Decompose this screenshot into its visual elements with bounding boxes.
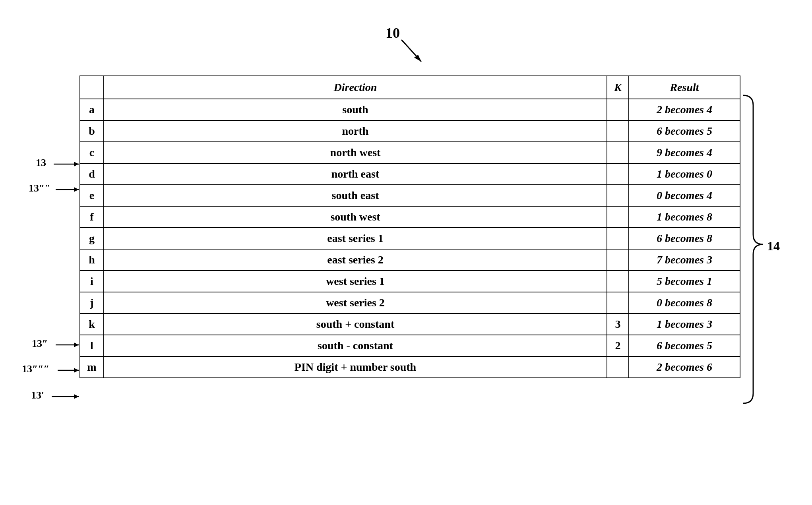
- row-k: [607, 142, 629, 163]
- row-result: 1 becomes 3: [629, 313, 740, 335]
- table-row: lsouth - constant26 becomes 5: [80, 335, 740, 356]
- row-direction: north west: [104, 142, 607, 163]
- row-label: d: [80, 163, 104, 185]
- svg-marker-2: [414, 55, 421, 62]
- header-row: [80, 76, 104, 99]
- row-label: c: [80, 142, 104, 163]
- header-k: K: [607, 76, 629, 99]
- row-direction: south: [104, 99, 607, 120]
- row-k: [607, 249, 629, 271]
- row-label: h: [80, 249, 104, 271]
- svg-text:10: 10: [386, 25, 400, 41]
- row-result: 2 becomes 4: [629, 99, 740, 120]
- row-direction: north: [104, 120, 607, 142]
- row-label: j: [80, 292, 104, 313]
- row-label: k: [80, 313, 104, 335]
- row-direction: south east: [104, 185, 607, 206]
- svg-marker-17: [74, 394, 79, 399]
- row-direction: south west: [104, 206, 607, 228]
- row-result: 2 becomes 6: [629, 356, 740, 378]
- svg-marker-5: [74, 162, 79, 166]
- row-label: i: [80, 271, 104, 292]
- svg-text:13″: 13″: [32, 338, 48, 349]
- table-row: dnorth east1 becomes 0: [80, 163, 740, 185]
- row-result: 0 becomes 8: [629, 292, 740, 313]
- row-direction: south - constant: [104, 335, 607, 356]
- row-result: 1 becomes 8: [629, 206, 740, 228]
- svg-text:14: 14: [767, 239, 780, 253]
- row-label: l: [80, 335, 104, 356]
- svg-text:13″″: 13″″: [29, 182, 50, 194]
- row-result: 0 becomes 4: [629, 185, 740, 206]
- row-k: [607, 99, 629, 120]
- row-result: 6 becomes 5: [629, 335, 740, 356]
- table-row: ksouth + constant31 becomes 3: [80, 313, 740, 335]
- row-result: 6 becomes 5: [629, 120, 740, 142]
- row-k: [607, 206, 629, 228]
- row-label: e: [80, 185, 104, 206]
- table-row: heast series 27 becomes 3: [80, 249, 740, 271]
- svg-line-1: [401, 40, 421, 62]
- table-row: asouth2 becomes 4: [80, 99, 740, 120]
- row-direction: east series 2: [104, 249, 607, 271]
- row-result: 6 becomes 8: [629, 228, 740, 249]
- table-row: geast series 16 becomes 8: [80, 228, 740, 249]
- row-label: a: [80, 99, 104, 120]
- row-direction: west series 1: [104, 271, 607, 292]
- table-row: mPIN digit + number south2 becomes 6: [80, 356, 740, 378]
- row-result: 5 becomes 1: [629, 271, 740, 292]
- row-label: f: [80, 206, 104, 228]
- table-row: fsouth west1 becomes 8: [80, 206, 740, 228]
- header-result: Result: [629, 76, 740, 99]
- svg-marker-14: [74, 368, 79, 373]
- row-k: [607, 271, 629, 292]
- row-result: 9 becomes 4: [629, 142, 740, 163]
- row-direction: PIN digit + number south: [104, 356, 607, 378]
- row-direction: south + constant: [104, 313, 607, 335]
- row-label: m: [80, 356, 104, 378]
- row-k: [607, 120, 629, 142]
- svg-marker-8: [74, 187, 79, 192]
- table-row: iwest series 15 becomes 1: [80, 271, 740, 292]
- svg-text:13″″″: 13″″″: [22, 363, 49, 375]
- main-table: Direction K Result asouth2 becomes 4bnor…: [79, 75, 740, 378]
- row-direction: north east: [104, 163, 607, 185]
- row-k: [607, 356, 629, 378]
- row-k: [607, 185, 629, 206]
- table-row: cnorth west9 becomes 4: [80, 142, 740, 163]
- row-direction: west series 2: [104, 292, 607, 313]
- row-k: 3: [607, 313, 629, 335]
- svg-text:13′: 13′: [31, 389, 44, 401]
- row-label: b: [80, 120, 104, 142]
- row-k: 2: [607, 335, 629, 356]
- row-result: 7 becomes 3: [629, 249, 740, 271]
- svg-text:13: 13: [36, 157, 46, 168]
- table-row: bnorth6 becomes 5: [80, 120, 740, 142]
- row-result: 1 becomes 0: [629, 163, 740, 185]
- table-row: esouth east0 becomes 4: [80, 185, 740, 206]
- row-k: [607, 163, 629, 185]
- svg-marker-11: [74, 342, 79, 347]
- row-label: g: [80, 228, 104, 249]
- row-k: [607, 292, 629, 313]
- header-direction: Direction: [104, 76, 607, 99]
- row-k: [607, 228, 629, 249]
- row-direction: east series 1: [104, 228, 607, 249]
- table-row: jwest series 20 becomes 8: [80, 292, 740, 313]
